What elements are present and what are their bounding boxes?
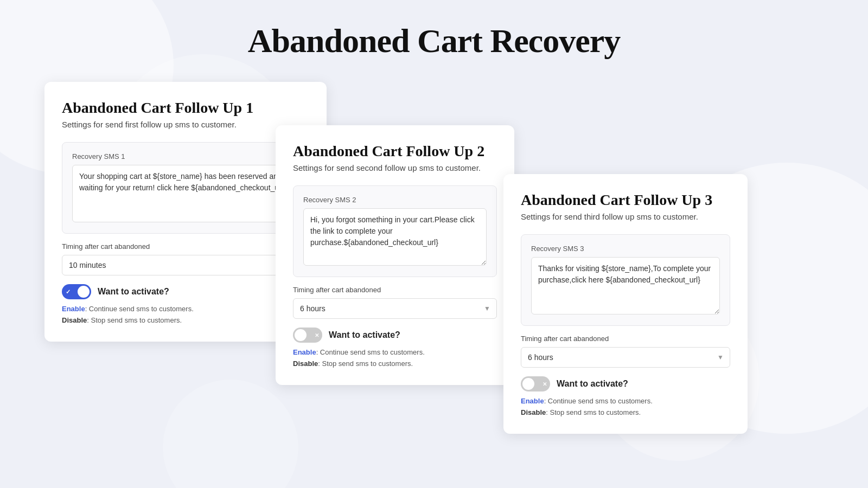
card3-subtitle: Settings for send third follow up sms to… (521, 212, 730, 221)
card1-toggle-label: Want to activate? (98, 287, 169, 297)
card2-title: Abandoned Cart Follow Up 2 (293, 143, 497, 160)
card3-toggle-label: Want to activate? (557, 379, 628, 389)
card2-enable-desc: : Continue send sms to customers. (316, 348, 425, 356)
card2-toggle-section: Want to activate? Enable: Continue send … (293, 328, 497, 370)
card1-toggle-section: Want to activate? Enable: Continue send … (62, 284, 309, 326)
card1-enable-text: Enable (62, 305, 85, 313)
card3-enable-desc: : Continue send sms to customers. (544, 397, 653, 405)
card2-timing-label: Timing after cart abandoned (293, 286, 497, 294)
card2-sms-textarea[interactable]: Hi, you forgot something in your cart.Pl… (303, 208, 487, 266)
card2-toggle-knob (295, 329, 307, 341)
card1-hint: Enable: Continue send sms to customers. … (62, 304, 309, 326)
card3-title: Abandoned Cart Follow Up 3 (521, 191, 730, 209)
card1-timing-select[interactable]: 5 minutes 10 minutes 15 minutes 30 minut… (62, 255, 309, 275)
card1-timing-wrapper: 5 minutes 10 minutes 15 minutes 30 minut… (62, 255, 309, 275)
card-followup-2: Abandoned Cart Follow Up 2 Settings for … (276, 125, 514, 385)
card3-sms-textarea[interactable]: Thanks for visiting ${store_name},To com… (531, 257, 720, 314)
card2-toggle-row: Want to activate? (293, 328, 497, 343)
card3-hint: Enable: Continue send sms to customers. … (521, 396, 730, 419)
card2-sms-label: Recovery SMS 2 (303, 196, 487, 204)
card1-toggle-row: Want to activate? (62, 284, 309, 299)
card2-hint: Enable: Continue send sms to customers. … (293, 347, 497, 370)
card3-toggle[interactable] (521, 376, 550, 391)
card1-toggle-knob (78, 286, 90, 298)
card3-disable-desc: : Stop send sms to customers. (546, 408, 641, 416)
card3-toggle-section: Want to activate? Enable: Continue send … (521, 376, 730, 419)
card2-timing-wrapper: 5 minutes 10 minutes 15 minutes 30 minut… (293, 298, 497, 319)
card3-timing-label: Timing after cart abandoned (521, 335, 730, 343)
card3-sms-label: Recovery SMS 3 (531, 245, 720, 253)
cards-container: Abandoned Cart Follow Up 1 Settings for … (0, 82, 868, 472)
card2-disable-text: Disable (293, 359, 318, 368)
card3-toggle-knob (522, 378, 534, 390)
card1-form-box: Recovery SMS 1 Your shopping cart at ${s… (62, 142, 309, 234)
page-title: Abandoned Cart Recovery (0, 11, 868, 82)
card3-form-box: Recovery SMS 3 Thanks for visiting ${sto… (521, 234, 730, 326)
card1-sms-label: Recovery SMS 1 (72, 152, 299, 160)
card3-enable-text: Enable (521, 397, 544, 405)
card1-subtitle: Settings for send first follow up sms to… (62, 120, 309, 129)
card2-enable-text: Enable (293, 348, 316, 356)
card3-disable-text: Disable (521, 408, 546, 416)
card2-form-box: Recovery SMS 2 Hi, you forgot something … (293, 185, 497, 277)
card2-toggle[interactable] (293, 328, 322, 343)
card3-timing-wrapper: 5 minutes 10 minutes 15 minutes 30 minut… (521, 347, 730, 368)
card1-timing-label: Timing after cart abandoned (62, 242, 309, 251)
card3-timing-select[interactable]: 5 minutes 10 minutes 15 minutes 30 minut… (521, 347, 730, 368)
card-followup-3: Abandoned Cart Follow Up 3 Settings for … (503, 174, 748, 434)
card1-enable-desc: : Continue send sms to customers. (85, 305, 194, 313)
card2-timing-select[interactable]: 5 minutes 10 minutes 15 minutes 30 minut… (293, 298, 497, 319)
card2-subtitle: Settings for send second follow up sms t… (293, 163, 497, 172)
card1-title: Abandoned Cart Follow Up 1 (62, 99, 309, 117)
card1-toggle[interactable] (62, 284, 91, 299)
card1-disable-desc: : Stop send sms to customers. (87, 316, 182, 324)
card2-disable-desc: : Stop send sms to customers. (318, 359, 413, 368)
card3-toggle-row: Want to activate? (521, 376, 730, 391)
card2-toggle-label: Want to activate? (329, 330, 400, 340)
card1-disable-text: Disable (62, 316, 87, 324)
card1-sms-textarea[interactable]: Your shopping cart at ${store_name} has … (72, 165, 299, 222)
